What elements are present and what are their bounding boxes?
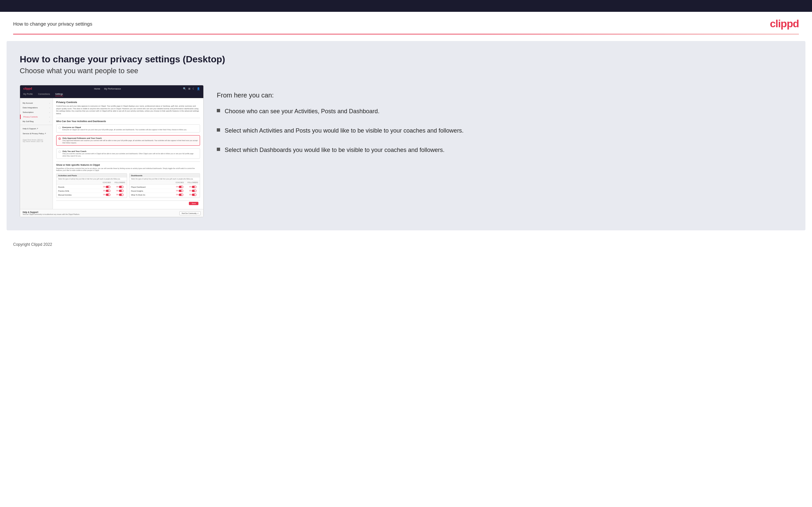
header-title: How to change your privacy settings [13,21,92,26]
save-row: Save [56,201,200,207]
radio-everyone[interactable]: Everyone on Clippd Everyone on Clippd ca… [56,124,200,133]
radio-title-followers: Only Approved Followers and Your Coach [62,137,198,139]
radio-desc-followers: Only approved followers and coaches you … [62,139,198,144]
chevron-icon: › [49,120,50,122]
mockup-body: My Account › Data Integrations › Subscri… [20,98,203,209]
subnav-connections[interactable]: Connections [38,93,50,96]
subnav-settings[interactable]: Settings [55,93,63,96]
dashboards-table-desc: Select the types of activity that you'd … [130,177,200,181]
mockup-nav-icons: 🔍 ⊞ ☾ 👤 [183,87,200,90]
chevron-icon: › [49,111,50,113]
sidebar-item-subscription[interactable]: Subscription › [20,110,53,115]
roundinsights-coaches-toggle[interactable]: ON [174,190,185,192]
sidebar-label-privacypolicy: Service & Privacy Policy ↗ [23,132,46,134]
mockup-logo: clippd [23,87,32,90]
header-divider [13,34,799,35]
page-heading: How to change your privacy settings (Des… [20,54,792,65]
dashboards-table: Dashboards Select the types of activity … [129,173,200,198]
dash-coaches-col-header: COACHES [174,181,185,183]
manual-followers-toggle[interactable]: ON [115,193,125,196]
table-row: What To Work On ON ON [130,193,200,197]
mockup-tables: Activities and Posts Select the types of… [56,173,200,198]
table-row: Manual Activities ON ON [56,193,127,197]
info-col: From here you can: Choose who can see yo… [217,85,792,165]
help-section-title: Help & Support [23,211,80,213]
mockup-showhide-title: Show or hide specific features in Clippd [56,161,200,166]
mockup-sidebar: My Account › Data Integrations › Subscri… [20,98,53,209]
radio-circle-everyone [58,127,61,129]
from-here-title: From here you can: [217,92,792,99]
list-item: Select which Dashboards you would like t… [217,146,792,155]
bullet-text-3: Select which Dashboards you would like t… [225,146,445,155]
content-columns: clippd Home My Performance 🔍 ⊞ ☾ 👤 My Pr… [20,85,792,217]
mockup-radio-group: Everyone on Clippd Everyone on Clippd ca… [56,124,200,159]
table-row: Practice Drills ON ON [56,189,127,193]
coaches-col-header: COACHES [101,181,112,183]
logo: clippd [770,18,799,30]
table-row: Player Dashboard ON ON [130,185,200,189]
roundinsights-followers-toggle[interactable]: ON [188,190,198,192]
rounds-followers-toggle[interactable]: ON [115,186,125,188]
playerdash-followers-toggle[interactable]: ON [188,186,198,188]
sidebar-item-privacy-policy[interactable]: Service & Privacy Policy ↗ [20,131,53,136]
activities-table-desc: Select the types of activity that you'd … [56,177,127,181]
visit-community-button[interactable]: Visit Our Community ↗ [180,211,201,215]
top-bar [0,0,812,12]
subnav-myprofile[interactable]: My Profile [23,93,33,96]
whattowworkon-coaches-toggle[interactable]: ON [174,193,185,196]
chevron-icon: › [49,102,50,104]
mockup-subnav: My Profile Connections Settings [20,92,203,98]
sidebar-label-help: Help & Support ↗ [23,127,38,130]
activities-col-headers: COACHES FOLLOWERS [56,181,127,184]
radio-circle-followers [58,137,61,140]
sidebar-label-data: Data Integrations [23,107,38,109]
sidebar-item-myaccount[interactable]: My Account › [20,101,53,105]
rounds-coaches-toggle[interactable]: ON [101,186,112,188]
settings-icon: ☾ [193,87,195,90]
bullet-icon [217,109,220,112]
drills-followers-toggle[interactable]: ON [115,190,125,192]
radio-followers[interactable]: Only Approved Followers and Your Coach O… [56,135,200,146]
table-row: Rounds ON ON [56,185,127,189]
activities-table-body: Rounds ON ON [56,184,127,198]
sidebar-item-golfbag[interactable]: My Golf Bag › [20,119,53,124]
mockup-showhide-desc: Regardless of the privacy controls that … [56,167,200,171]
radio-circle-coach [58,151,61,153]
sidebar-item-help[interactable]: Help & Support ↗ [20,126,53,131]
mockup-section-desc: Control how you and your data appears to… [56,105,200,115]
playerdash-coaches-toggle[interactable]: ON [174,186,185,188]
activities-table: Activities and Posts Select the types of… [56,173,127,198]
sidebar-item-privacy[interactable]: Privacy Controls › [20,115,53,119]
mockup-main-area: Privacy Controls Control how you and you… [53,98,203,209]
sidebar-divider [20,125,53,125]
bullet-text-1: Choose who can see your Activities, Post… [225,107,379,116]
radio-title-everyone: Everyone on Clippd [62,126,187,128]
bullet-icon [217,148,220,151]
sidebar-version: Clippd Client Version: 2022.8.2SQL Serve… [20,137,53,145]
list-item: Select which Activities and Posts you wo… [217,126,792,135]
sidebar-label-golfbag: My Golf Bag [23,120,34,122]
mockup-section-title: Privacy Controls [56,101,200,104]
manual-coaches-toggle[interactable]: ON [101,193,112,196]
main-content: How to change your privacy settings (Des… [7,41,805,230]
mockup-navbar: clippd Home My Performance 🔍 ⊞ ☾ 👤 [20,85,203,92]
list-item: Choose who can see your Activities, Post… [217,107,792,116]
activities-table-header: Activities and Posts [56,174,127,177]
whattowworkon-followers-toggle[interactable]: ON [188,193,198,196]
radio-desc-everyone: Everyone on Clippd can search for you an… [62,129,187,131]
copyright: Copyright Clippd 2022 [13,242,52,247]
grid-icon: ⊞ [188,87,191,90]
nav-home: Home [94,88,100,90]
sidebar-item-data[interactable]: Data Integrations › [20,105,53,110]
bullet-list: Choose who can see your Activities, Post… [217,107,792,155]
dashboards-col-headers: COACHES FOLLOWERS [130,181,200,184]
mockup-nav-links: Home My Performance [94,88,121,90]
save-button[interactable]: Save [189,202,198,205]
drills-coaches-toggle[interactable]: ON [101,190,112,192]
header: How to change your privacy settings clip… [0,12,812,34]
radio-coach-only[interactable]: Only You and Your Coach Only you and the… [56,148,200,159]
mockup-help-section: Help & Support Visit our Clippd communit… [20,209,203,217]
radio-desc-coach: Only you and the coaches you connect wit… [62,153,198,157]
table-row: Round Insights ON ON [130,189,200,193]
dash-followers-col-header: FOLLOWERS [188,181,198,183]
